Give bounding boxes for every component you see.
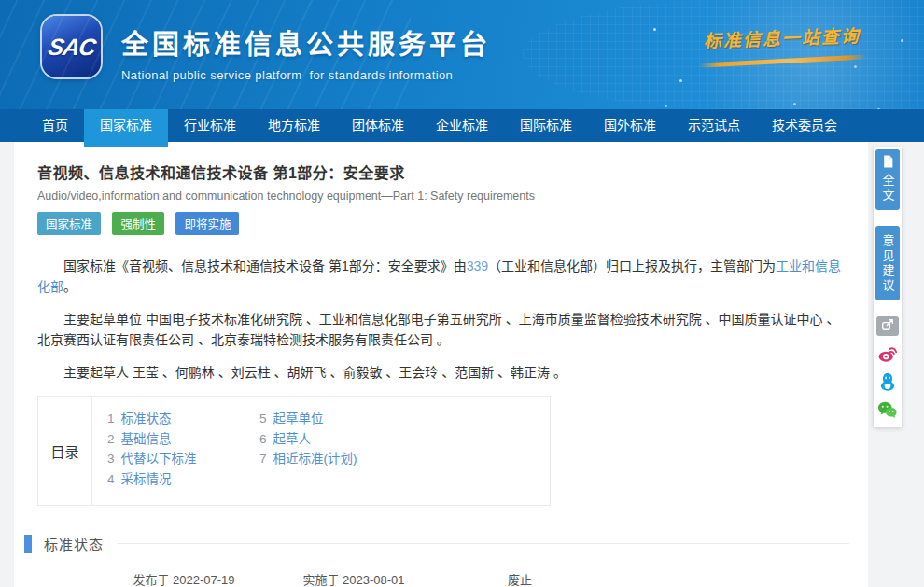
sac-logo-text: SAC [46,34,97,61]
site-header: SAC 全国标准信息公共服务平台 National public service… [0,0,924,109]
wechat-share-button[interactable] [877,399,898,420]
link-339[interactable]: 339 [467,259,488,273]
standard-detail-card: 音视频、信息技术和通信技术设备 第1部分：安全要求 Audio/video,in… [14,142,868,587]
qq-icon [877,371,898,392]
main-nav: 首页 国家标准 行业标准 地方标准 团体标准 企业标准 国际标准 国外标准 示范… [0,109,924,142]
toc-link: 基础信息 [121,432,172,446]
timeline-label-abolished: 废止 [508,570,532,587]
toc-item-drafters[interactable]: 6起草人 [259,429,357,450]
weibo-share-button[interactable] [877,343,898,364]
header-slogan: 标准信息一站查询 [697,21,866,66]
header-decoration-dots [653,28,656,31]
toc-num: 2 [107,432,115,446]
standard-title-cn: 音视频、信息技术和通信技术设备 第1部分：安全要求 [37,161,845,183]
nav-item-foreign-standards[interactable]: 国外标准 [588,109,672,142]
paragraph-authority-text: 国家标准《音视频、信息技术和通信技术设备 第1部分：安全要求》由 [63,259,467,273]
toc-item-basic-info[interactable]: 2基础信息 [107,429,259,450]
toc-item-standard-status[interactable]: 1标准状态 [107,409,259,429]
share-button[interactable] [876,316,899,336]
share-icon [881,318,894,335]
toc-num: 4 [107,472,115,486]
toc-label: 目录 [38,397,92,505]
feedback-button[interactable]: 意见建议 [875,226,900,300]
toc-column-1: 1标准状态 2基础信息 3代替以下标准 4采标情况 [107,409,259,493]
standard-title-en: Audio/video,information and communicatio… [37,189,845,203]
nav-item-national-standards[interactable]: 国家标准 [84,109,168,147]
paragraph-authority: 国家标准《音视频、信息技术和通信技术设备 第1部分：安全要求》由339（工业和信… [37,256,845,297]
nav-item-technical-committee[interactable]: 技术委员会 [756,109,853,142]
nav-item-international-standards[interactable]: 国际标准 [504,109,588,142]
toc-item-drafting-units[interactable]: 5起草单位 [259,409,357,429]
toc-num: 5 [259,412,267,426]
slogan-underline [699,54,867,67]
toc-num: 3 [107,452,115,466]
site-title-cn: 全国标准信息公共服务平台 [121,22,491,62]
toc-link: 起草人 [273,432,312,446]
toc-link: 相近标准(计划) [273,452,357,466]
fulltext-label: 全文 [879,174,897,203]
floating-toolbar: 全文 意见建议 [874,147,902,427]
timeline-label-published: 发布于 2022-07-19 [133,570,234,587]
toc-link: 标准状态 [121,412,172,426]
toc-item-adoption-status[interactable]: 4采标情况 [107,469,259,490]
toc-link: 代替以下标准 [121,452,197,466]
toc-item-similar-standards[interactable]: 7相近标准(计划) [259,449,357,469]
toc-link: 起草单位 [273,412,324,426]
qq-share-button[interactable] [877,371,898,392]
status-section-title: 标准状态 [44,534,104,553]
toc-column-2: 5起草单位 6起草人 7相近标准(计划) [259,409,357,493]
timeline-label-implemented: 实施于 2023-08-01 [302,570,404,587]
document-icon [882,155,894,171]
standard-description: 国家标准《音视频、信息技术和通信技术设备 第1部分：安全要求》由339（工业和信… [37,256,845,383]
toc-item-replaced-standards[interactable]: 3代替以下标准 [107,449,259,469]
toc-body: 1标准状态 2基础信息 3代替以下标准 4采标情况 5起草单位 6起草人 7相近… [92,397,550,505]
fulltext-button[interactable]: 全文 [875,149,900,210]
section-divider-line [117,543,849,544]
toc-num: 7 [259,452,267,466]
status-timeline: 发布于 2022-07-19 实施于 2023-08-01 废止 [37,555,845,587]
nav-item-home[interactable]: 首页 [26,109,84,142]
paragraph-drafters: 主要起草人 王莹 、何鹏林 、刘云柱 、胡妍飞 、俞毅敏 、王会玲 、范国新 、… [37,362,845,383]
table-of-contents: 目录 1标准状态 2基础信息 3代替以下标准 4采标情况 5起草单位 [37,396,551,506]
page-background: 音视频、信息技术和通信技术设备 第1部分：安全要求 Audio/video,in… [0,142,924,587]
weibo-icon [877,343,898,364]
toc-link: 采标情况 [121,472,172,486]
feedback-label: 意见建议 [879,234,897,294]
paragraph-drafting-units: 主要起草单位 中国电子技术标准化研究院 、工业和信息化部电子第五研究所 、上海市… [37,309,845,350]
nav-item-demonstration-pilot[interactable]: 示范试点 [672,109,756,142]
toc-num: 6 [259,432,267,446]
nav-item-group-standards[interactable]: 团体标准 [336,109,420,142]
sac-logo[interactable]: SAC [42,16,101,77]
nav-item-industry-standards[interactable]: 行业标准 [168,109,252,142]
tag-upcoming-implementation: 即将实施 [175,212,239,235]
standard-tags: 国家标准 强制性 即将实施 [37,212,845,235]
section-marker [24,535,32,553]
site-title-block: 全国标准信息公共服务平台 National public service pla… [121,22,491,82]
status-section-header: 标准状态 [24,534,845,553]
wechat-icon [877,399,898,420]
tag-national-standard: 国家标准 [37,212,101,235]
paragraph-authority-mid: （工业和信息化部）归口上报及执行，主管部门为 [488,259,776,273]
nav-item-enterprise-standards[interactable]: 企业标准 [420,109,504,142]
site-title-en: National public service platform for sta… [121,68,491,82]
paragraph-authority-suffix: 。 [63,279,77,294]
tag-mandatory: 强制性 [112,212,164,235]
slogan-text: 标准信息一站查询 [697,21,866,52]
nav-item-local-standards[interactable]: 地方标准 [252,109,336,142]
toc-num: 1 [107,412,115,426]
